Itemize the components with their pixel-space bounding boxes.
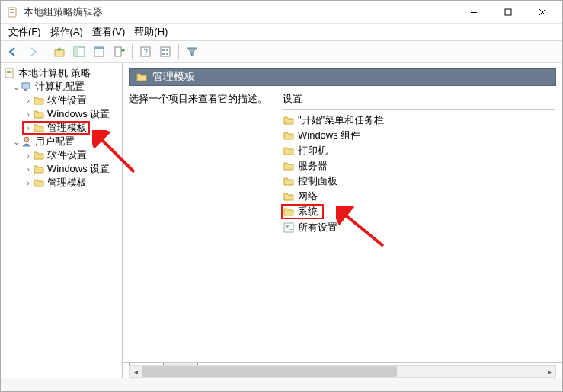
menu-file[interactable]: 文件(F) xyxy=(4,24,46,40)
window-title: 本地组策略编辑器 xyxy=(24,5,456,19)
folder-icon xyxy=(33,149,45,161)
horizontal-scrollbar[interactable]: ◂ ▸ xyxy=(129,365,556,378)
toolbar-separator xyxy=(178,44,179,59)
tree-admin-templates[interactable]: › 管理模板 xyxy=(22,121,90,135)
show-hide-tree-button[interactable] xyxy=(70,43,88,61)
minimize-button[interactable] xyxy=(456,2,491,23)
tree-admin-templates-user[interactable]: › 管理模板 xyxy=(1,176,122,190)
settings-list: 设置 "开始"菜单和任务栏 Windows 组件 打印机 服务器 xyxy=(281,89,556,347)
svg-rect-23 xyxy=(7,72,11,73)
settings-list-icon xyxy=(283,221,295,234)
folder-icon xyxy=(136,71,148,83)
svg-rect-5 xyxy=(505,9,511,15)
tree-software-settings[interactable]: › 软件设置 xyxy=(1,94,122,107)
list-item-windows-components[interactable]: Windows 组件 xyxy=(281,128,556,143)
window-controls xyxy=(456,2,559,23)
menu-help[interactable]: 帮助(H) xyxy=(130,24,172,40)
svg-rect-1 xyxy=(10,9,14,10)
svg-rect-22 xyxy=(7,71,11,72)
tree-windows-settings-user[interactable]: › Windows 设置 xyxy=(1,162,122,176)
app-icon xyxy=(7,6,19,18)
policy-icon xyxy=(4,67,16,79)
expand-icon[interactable]: › xyxy=(24,110,33,119)
content-area: 本地计算机 策略 ⌄ 计算机配置 › 软件设置 › Windows 设置 › 管… xyxy=(1,63,562,378)
item-label: 控制面板 xyxy=(298,174,337,188)
refresh-button[interactable] xyxy=(156,43,174,61)
toolbar-separator xyxy=(46,44,46,59)
statusbar xyxy=(1,378,562,392)
folder-icon xyxy=(33,122,45,134)
folder-icon xyxy=(33,108,45,120)
menu-view[interactable]: 查看(V) xyxy=(88,24,130,40)
menubar: 文件(F) 操作(A) 查看(V) 帮助(H) xyxy=(1,24,562,40)
expand-icon[interactable]: › xyxy=(24,96,33,105)
tree-pane[interactable]: 本地计算机 策略 ⌄ 计算机配置 › 软件设置 › Windows 设置 › 管… xyxy=(1,63,123,378)
svg-rect-12 xyxy=(94,47,104,49)
tree-software-settings-user[interactable]: › 软件设置 xyxy=(1,148,122,162)
svg-text:?: ? xyxy=(143,48,148,56)
svg-rect-17 xyxy=(162,49,165,51)
expand-icon[interactable]: › xyxy=(24,123,33,132)
tree-windows-settings[interactable]: › Windows 设置 xyxy=(1,107,122,121)
tree-label: 软件设置 xyxy=(47,148,87,162)
expand-icon[interactable]: › xyxy=(24,164,33,174)
folder-icon xyxy=(283,114,295,126)
forward-button[interactable] xyxy=(24,43,42,61)
svg-rect-30 xyxy=(289,229,293,230)
menu-action[interactable]: 操作(A) xyxy=(46,24,88,40)
svg-rect-4 xyxy=(471,12,477,13)
list-item-all-settings[interactable]: 所有设置 xyxy=(281,220,556,235)
settings-column-header[interactable]: 设置 xyxy=(281,89,556,110)
list-item-start-taskbar[interactable]: "开始"菜单和任务栏 xyxy=(281,113,556,128)
scroll-left-button[interactable]: ◂ xyxy=(130,366,142,377)
details-pane: 管理模板 选择一个项目来查看它的描述。 设置 "开始"菜单和任务栏 Window… xyxy=(123,63,562,378)
expand-icon[interactable]: › xyxy=(24,151,33,160)
tree-computer-config[interactable]: ⌄ 计算机配置 xyxy=(1,80,122,94)
svg-rect-18 xyxy=(166,49,168,51)
list-item-network[interactable]: 网络 xyxy=(281,189,556,204)
expand-icon[interactable]: ⌄ xyxy=(11,137,21,147)
description-text: 选择一个项目来查看它的描述。 xyxy=(129,93,267,104)
tree-label: 软件设置 xyxy=(47,94,87,107)
item-label: 打印机 xyxy=(298,144,328,158)
svg-rect-8 xyxy=(55,50,64,56)
scroll-thumb[interactable] xyxy=(142,366,397,377)
folder-icon xyxy=(283,129,295,142)
folder-icon xyxy=(283,206,295,218)
expand-icon[interactable]: ⌄ xyxy=(11,82,21,92)
filter-button[interactable] xyxy=(183,43,201,61)
details-header: 管理模板 xyxy=(129,68,556,86)
description-column: 选择一个项目来查看它的描述。 xyxy=(129,89,281,347)
folder-icon xyxy=(283,175,295,187)
tree-user-config[interactable]: ⌄ 用户配置 xyxy=(1,135,122,148)
back-button[interactable] xyxy=(4,43,22,61)
scroll-right-button[interactable]: ▸ xyxy=(543,366,555,377)
list-item-control-panel[interactable]: 控制面板 xyxy=(281,174,556,189)
list-item-system[interactable]: 系统 xyxy=(281,204,324,219)
toolbar-separator xyxy=(132,44,133,59)
item-label: Windows 组件 xyxy=(298,129,360,142)
properties-button[interactable] xyxy=(90,43,108,61)
svg-rect-25 xyxy=(24,89,27,91)
up-button[interactable] xyxy=(50,43,69,61)
help-button[interactable]: ? xyxy=(136,43,155,61)
item-label: 网络 xyxy=(298,190,318,203)
column-underline xyxy=(283,109,555,110)
folder-icon xyxy=(33,163,45,175)
expand-icon[interactable]: › xyxy=(24,178,33,187)
export-button[interactable] xyxy=(110,43,128,61)
tree-label: Windows 设置 xyxy=(47,107,110,121)
list-item-printers[interactable]: 打印机 xyxy=(281,143,556,158)
maximize-button[interactable] xyxy=(491,2,525,23)
tree-label: 管理模板 xyxy=(47,176,87,190)
close-button[interactable] xyxy=(525,2,559,23)
svg-point-26 xyxy=(24,137,29,142)
tree-label: 计算机配置 xyxy=(35,80,85,94)
svg-rect-20 xyxy=(166,53,168,55)
tree-root[interactable]: 本地计算机 策略 xyxy=(1,66,122,80)
list-item-servers[interactable]: 服务器 xyxy=(281,158,556,174)
tree-label: 管理模板 xyxy=(47,121,87,135)
svg-rect-24 xyxy=(22,83,30,88)
toolbar: ? xyxy=(1,40,562,63)
svg-rect-13 xyxy=(115,47,121,56)
